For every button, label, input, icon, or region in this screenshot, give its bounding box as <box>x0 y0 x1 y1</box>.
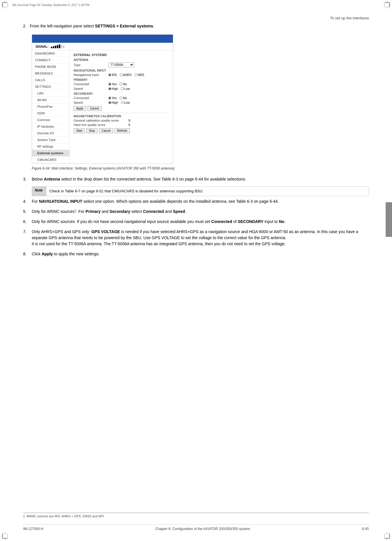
ui-content-area: EXTERNAL SYSTEMS ANTENNA Type TT-5006A N… <box>70 50 173 163</box>
doc-meta: SB-Lite.book Page 45 Tuesday, September … <box>12 3 89 7</box>
nav-discrete[interactable]: Discrete I/O <box>32 130 69 137</box>
secondary-no-radio[interactable] <box>120 96 122 99</box>
cancel-button[interactable]: Cancel <box>87 106 102 111</box>
nav-ahrs-radio[interactable] <box>120 73 123 76</box>
nav-ahrs-option[interactable]: AHRS <box>120 73 132 77</box>
step-4: 4. For NAVIGATIONAL INPUT select one opt… <box>23 198 369 204</box>
secondary-low-option[interactable]: Low <box>121 101 130 104</box>
nav-rfsettings[interactable]: RF settings <box>32 143 69 150</box>
secondary-speed-row: Speed High Low <box>74 101 169 104</box>
apply-cancel-row: Apply Cancel <box>74 106 169 111</box>
nav-messages[interactable]: MESSAGES <box>32 70 69 77</box>
secondary-yes-option[interactable]: Yes <box>108 96 117 100</box>
nav-phonefax[interactable]: Phone/Fax <box>32 103 69 110</box>
signal-bar-5 <box>59 44 60 48</box>
apply-button[interactable]: Apply <box>74 106 86 111</box>
start-button[interactable]: Start <box>74 128 85 133</box>
content-divider <box>74 113 169 113</box>
step5-bold-secondary: Secondary <box>110 209 130 214</box>
secondary-high-option[interactable]: High <box>108 101 118 104</box>
footnote-area: 1. ARINC sources are IRS, AHRS + GPS, GN… <box>23 513 369 518</box>
secondary-no-option[interactable]: No <box>120 96 127 100</box>
nav-phonebook[interactable]: PHONE BOOK <box>32 64 69 70</box>
step-6: 6. Only for ARINC sources: If you do not… <box>23 219 369 225</box>
note-box: Note Check in Table 6-7 on page 6-51 tha… <box>32 186 369 196</box>
secondary-section-title: SECONDARY <box>74 92 169 95</box>
nav-systemtype[interactable]: System Type <box>32 137 69 143</box>
primary-high-radio[interactable] <box>108 87 111 90</box>
secondary-speed-options: High Low <box>108 101 130 104</box>
footnote-num: 1. <box>23 514 26 518</box>
step6-bold-no: No <box>279 219 284 224</box>
primary-no-option[interactable]: No <box>120 82 127 86</box>
secondary-high-label: High <box>112 101 118 104</box>
primary-yes-label: Yes <box>112 82 117 86</box>
primary-connected-options: Yes No <box>108 82 127 86</box>
primary-no-radio[interactable] <box>120 83 122 85</box>
primary-connected-row: Connected Yes No <box>74 82 169 86</box>
nav-dashboard[interactable]: DASHBOARD <box>32 50 69 57</box>
step5-text: Only for ARINC sources1: For Primary and… <box>32 209 369 215</box>
steps-list: 3. Below Antenna select in the drop down… <box>23 176 369 257</box>
primary-low-radio[interactable] <box>121 87 124 90</box>
antenna-type-select[interactable]: TT-5006A <box>108 62 134 67</box>
secondary-connected-radio-group: Yes No <box>108 96 127 100</box>
secondary-high-radio[interactable] <box>108 101 111 104</box>
primary-low-option[interactable]: Low <box>121 87 130 90</box>
nav-connect[interactable]: CONNECT <box>32 57 69 64</box>
ui-header-bar <box>32 35 173 43</box>
primary-yes-radio[interactable] <box>108 83 111 85</box>
primary-no-label: No <box>123 82 127 86</box>
primary-high-option[interactable]: High <box>108 87 118 90</box>
footer-right: 6-45 <box>362 527 369 531</box>
nav-cmuacars[interactable]: CMU/ACARS <box>32 157 69 163</box>
footnote-text: 1. ARINC sources are IRS, AHRS + GPS, GN… <box>23 514 369 518</box>
cancel2-button[interactable]: Cancel <box>99 128 113 133</box>
step7-bold-gpsvoltage: GPS VOLTAGE <box>92 229 120 234</box>
general-cal-label: General calibration quality score <box>74 119 128 122</box>
secondary-connected-label: Connected <box>74 96 108 100</box>
primary-speed-options: High Low <box>108 87 130 90</box>
primary-yes-option[interactable]: Yes <box>108 82 117 86</box>
nav-input-radio-group: IRS AHRS NRS <box>108 73 144 77</box>
antenna-type-row: Type TT-5006A <box>74 62 169 67</box>
signal-label: SIGNAL: <box>36 45 48 48</box>
nav-lan[interactable]: LAN <box>32 90 69 97</box>
signal-bar-6 <box>61 45 62 48</box>
stop-button[interactable]: Stop <box>86 128 98 133</box>
secondary-yes-radio[interactable] <box>108 96 111 99</box>
ui-nav: DASHBOARD CONNECT PHONE BOOK MESSAGES CA… <box>32 50 70 163</box>
nav-nrs-option[interactable]: NRS <box>135 73 144 77</box>
step5-bold-speed: Speed <box>173 209 185 214</box>
circle-target-bl <box>2 533 8 539</box>
nav-isdn[interactable]: ISDN <box>32 110 69 117</box>
step2-intro: 2. From the left navigation pane select … <box>23 23 369 29</box>
primary-connected-label: Connected <box>74 82 108 86</box>
signal-bar-4 <box>57 45 58 48</box>
nav-irs-option[interactable]: IRS <box>108 73 117 77</box>
primary-low-label: Low <box>124 87 130 90</box>
secondary-speed-label: Speed <box>74 101 108 104</box>
nav-calls[interactable]: CALLS <box>32 77 69 83</box>
nav-wlan[interactable]: WLAN <box>32 97 69 103</box>
nav-irs-radio[interactable] <box>108 73 111 76</box>
note-content: Check in Table 6-7 on page 6-51 that CMU… <box>46 187 206 196</box>
step3-num: 3. <box>23 176 32 182</box>
circle-target-tr <box>384 2 390 8</box>
secondary-speed-radio-group: High Low <box>108 101 130 104</box>
nav-common[interactable]: Common <box>32 117 69 123</box>
step2-num: 2. <box>23 24 29 28</box>
secondary-low-radio[interactable] <box>121 101 124 104</box>
nav-settings[interactable]: SETTINGS <box>32 83 69 90</box>
primary-section-title: PRIMARY <box>74 78 169 81</box>
step5-bold-connected: Connected <box>143 209 164 214</box>
step-5: 5. Only for ARINC sources1: For Primary … <box>23 209 369 215</box>
nav-iphandsets[interactable]: IP handsets <box>32 123 69 130</box>
signal-bar-3 <box>55 46 56 48</box>
step4-text: For NAVIGATIONAL INPUT select one option… <box>32 198 369 204</box>
nav-nrs-radio[interactable] <box>135 73 137 76</box>
refresh-button[interactable]: Refresh <box>115 128 130 133</box>
step-3: 3. Below Antenna select in the drop down… <box>23 176 369 182</box>
nav-externalsystems[interactable]: External systems <box>32 150 69 157</box>
step6-bold-secondary: SECONDARY <box>238 219 264 224</box>
